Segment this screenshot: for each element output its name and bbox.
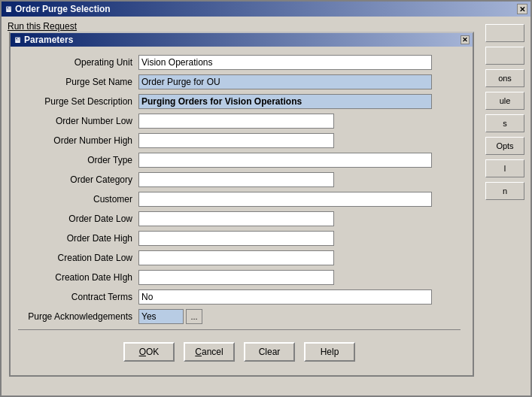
creation-date-low-input[interactable] [138, 250, 334, 265]
ok-label: OOK [139, 347, 160, 357]
form-content: Operating Unit Purge Set Name Purge Set … [11, 47, 473, 375]
order-category-label: Order Category [18, 174, 138, 185]
contract-terms-input[interactable] [138, 289, 432, 305]
purge-set-desc-row: Purge Set Description [18, 93, 461, 110]
btn-opts-label: Opts [496, 141, 513, 150]
order-type-row: Order Type [18, 152, 461, 168]
btn-schedule[interactable]: ule [485, 92, 524, 110]
outer-window-title: Order Purge Selection [15, 4, 111, 14]
outer-body: Run this Request ons ule s Opts l n [2, 17, 530, 41]
order-number-high-label: Order Number High [18, 135, 138, 146]
purge-set-name-input[interactable] [138, 74, 432, 89]
order-number-low-input[interactable] [138, 114, 334, 129]
purge-set-name-label: Purge Set Name [18, 77, 138, 87]
inner-window-icon: 🖥 [14, 36, 21, 44]
order-date-low-input[interactable] [138, 211, 334, 226]
dots-icon: ... [190, 312, 197, 321]
window-icon: 🖥 [5, 5, 12, 14]
cancel-button[interactable]: Cancel [184, 342, 235, 362]
btn-options[interactable]: ons [485, 69, 524, 87]
inner-titlebar: 🖥 Parameters ✕ [11, 33, 473, 47]
purge-ack-input[interactable] [138, 309, 184, 324]
operating-unit-label: Operating Unit [18, 57, 138, 68]
btn-schedule-label: ule [500, 96, 511, 105]
btn-s[interactable]: s [485, 114, 524, 132]
btn-top-2[interactable] [485, 47, 524, 65]
creation-date-high-label: Creation Date HIgh [18, 272, 138, 283]
right-buttons-panel: ons ule s Opts l n [485, 24, 524, 200]
clear-label: Clear [259, 347, 281, 357]
customer-input[interactable] [138, 192, 432, 207]
order-date-low-row: Order Date Low [18, 211, 461, 227]
order-date-high-row: Order Date High [18, 230, 461, 247]
order-number-high-row: Order Number High [18, 132, 461, 149]
order-type-input[interactable] [138, 153, 432, 168]
contract-terms-label: Contract Terms [18, 292, 138, 302]
inner-close-button[interactable]: ✕ [461, 35, 470, 44]
ok-button[interactable]: OOK [123, 342, 175, 362]
purge-ack-row: Purge Acknowledgements ... [18, 308, 461, 325]
purge-ack-dots-button[interactable]: ... [186, 309, 202, 324]
outer-close-button[interactable]: ✕ [517, 4, 527, 14]
order-date-high-label: Order Date High [18, 233, 138, 244]
creation-date-low-row: Creation Date Low [18, 250, 461, 266]
inner-close-icon: ✕ [462, 36, 468, 44]
inner-dialog-title: Parameters [24, 35, 73, 45]
btn-n-label: n [503, 186, 507, 195]
run-request-label[interactable]: Run this Request [8, 21, 524, 32]
order-date-low-label: Order Date Low [18, 214, 138, 224]
purge-ack-label: Purge Acknowledgements [18, 311, 138, 322]
order-category-input[interactable] [138, 172, 334, 187]
btn-n[interactable]: n [485, 182, 524, 200]
clear-button[interactable]: Clear [244, 342, 295, 362]
btn-top-1[interactable] [485, 24, 524, 42]
order-type-label: Order Type [18, 155, 138, 165]
customer-row: Customer [18, 191, 461, 208]
help-button[interactable]: Help [304, 342, 355, 362]
btn-s-label: s [503, 119, 507, 128]
btn-l-label: l [504, 164, 506, 173]
order-category-row: Order Category [18, 171, 461, 188]
outer-close-icon: ✕ [519, 5, 525, 14]
operating-unit-input[interactable] [138, 55, 432, 70]
order-number-low-label: Order Number Low [18, 116, 138, 126]
purge-set-desc-label: Purge Set Description [18, 96, 138, 107]
purge-set-name-row: Purge Set Name [18, 74, 461, 90]
purge-set-desc-input[interactable] [138, 94, 432, 109]
customer-label: Customer [18, 194, 138, 205]
creation-date-high-row: Creation Date HIgh [18, 269, 461, 286]
outer-titlebar: 🖥 Order Purge Selection ✕ [2, 2, 530, 17]
creation-date-low-label: Creation Date Low [18, 253, 138, 263]
outer-window: 🖥 Order Purge Selection ✕ Run this Reque… [0, 0, 532, 397]
creation-date-high-input[interactable] [138, 270, 334, 285]
order-number-low-row: Order Number Low [18, 113, 461, 129]
contract-terms-row: Contract Terms [18, 289, 461, 305]
purge-ack-input-group: ... [138, 309, 202, 324]
operating-unit-row: Operating Unit [18, 54, 461, 71]
btn-l[interactable]: l [485, 159, 524, 177]
cancel-label: Cancel [195, 347, 223, 357]
button-row: OOK Cancel Clear Help [18, 342, 461, 368]
btn-options-label: ons [498, 74, 512, 83]
btn-opts[interactable]: Opts [485, 137, 524, 155]
parameters-dialog: 🖥 Parameters ✕ Operating Unit Purge Set … [9, 32, 474, 377]
separator [18, 329, 461, 330]
order-date-high-input[interactable] [138, 231, 334, 246]
help-label: Help [321, 347, 339, 357]
order-number-high-input[interactable] [138, 133, 334, 148]
